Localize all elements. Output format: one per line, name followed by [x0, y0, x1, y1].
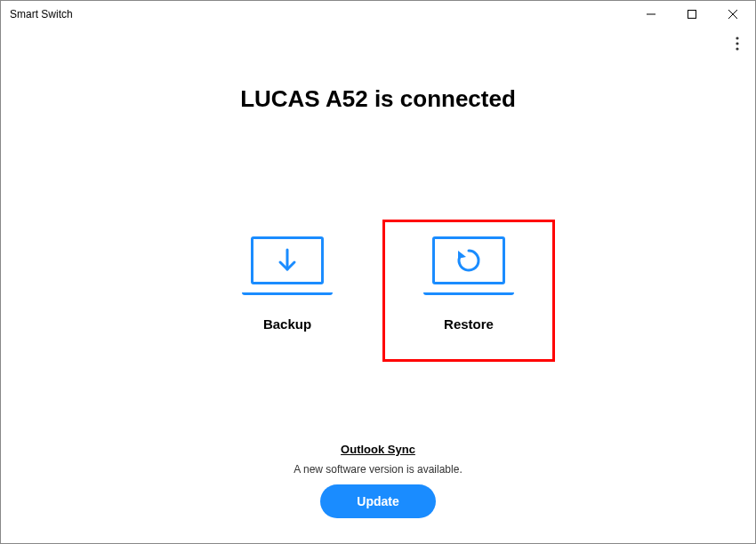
maximize-icon	[688, 10, 696, 19]
window-title: Smart Switch	[10, 8, 73, 20]
svg-point-5	[736, 42, 738, 44]
options-row: Backup Restore	[1, 220, 755, 362]
restore-laptop-icon	[429, 236, 509, 292]
refresh-icon	[455, 247, 482, 274]
svg-marker-8	[458, 251, 466, 259]
close-button[interactable]	[712, 1, 753, 28]
connection-heading: LUCAS A52 is connected	[1, 85, 755, 113]
app-window: Smart Switch LUCAS A52 is connected	[0, 0, 756, 544]
backup-option[interactable]: Backup	[201, 220, 374, 362]
restore-label: Restore	[444, 316, 494, 332]
backup-laptop-icon	[247, 236, 327, 292]
window-controls	[631, 1, 753, 28]
svg-point-4	[736, 36, 738, 39]
close-icon	[728, 10, 737, 19]
minimize-icon	[647, 10, 655, 19]
titlebar: Smart Switch	[1, 1, 755, 28]
main-content: LUCAS A52 is connected Backup	[1, 28, 755, 362]
restore-option[interactable]: Restore	[382, 220, 555, 362]
more-menu-button[interactable]	[736, 36, 739, 55]
outlook-sync-link[interactable]: Outlook Sync	[341, 443, 415, 456]
backup-label: Backup	[263, 316, 311, 332]
footer: Outlook Sync A new software version is a…	[1, 441, 755, 518]
minimize-button[interactable]	[631, 1, 672, 28]
arrow-down-icon	[277, 248, 298, 273]
update-button[interactable]: Update	[320, 484, 436, 518]
update-message: A new software version is available.	[1, 463, 755, 476]
svg-rect-1	[688, 11, 696, 19]
maximize-button[interactable]	[672, 1, 712, 28]
svg-point-6	[736, 47, 738, 50]
kebab-icon	[736, 36, 739, 51]
